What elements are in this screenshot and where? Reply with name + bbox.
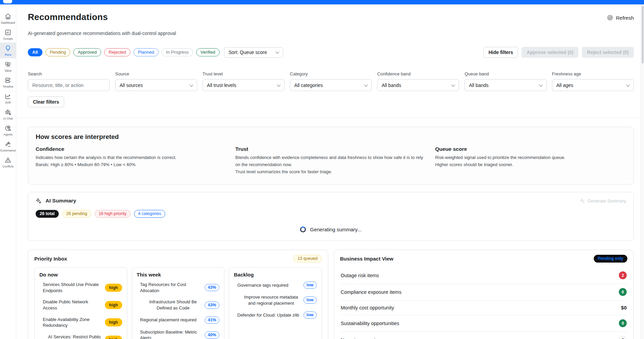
score-col-queue-score: Queue score Risk-weighted signal used to… [435,146,626,175]
home-icon [4,13,12,20]
source-select[interactable]: All sources [115,79,197,91]
ai-summary-card: AI Summary Generate Summary 26 total 26 … [28,192,634,241]
status-pill-pending[interactable]: Pending [45,48,71,56]
page-subtitle: AI-generated governance recommendations … [28,31,634,36]
sidebar-item-label: Recs [5,53,11,56]
sidebar-item-groups[interactable]: Groups [0,26,16,42]
priority-inbox-card: Priority Inbox 13 queued Do now Services… [28,250,328,339]
list-item[interactable]: Services Should Use Private Endpoints hi… [39,279,122,296]
filter-freshness-age: Freshness age All ages [552,71,634,91]
list-item[interactable]: Tag Resources for Cost Allocation 43% [137,279,220,296]
score-col-trust: Trust Blends confidence with evidence co… [235,146,426,175]
list-item[interactable]: AI Services: Restrict Public Network Acc… [39,331,122,339]
status-pill-verified[interactable]: Verified [196,48,220,56]
chevron-down-icon [452,83,455,86]
sidebar-item-timeline[interactable]: Timeline [0,74,16,90]
list-item[interactable]: Governance tags required low [234,279,317,291]
sidebar-item-value[interactable]: Value [0,58,16,74]
page-title: Recommendations [28,12,108,22]
scrollbar[interactable] [641,4,644,339]
hide-filters-button[interactable]: Hide filters [483,47,518,58]
list-item[interactable]: Infrastructure Should Be Defined as Code… [137,296,220,314]
sidebar-item-recs[interactable]: Recs [0,42,16,58]
refresh-button[interactable]: Refresh [607,15,634,21]
sidebar-item-label: Conflicts [2,165,14,168]
clear-filters-button[interactable]: Clear filters [28,96,64,107]
trend-icon [4,93,12,100]
pending-only-badge: Pending only [594,255,627,263]
confidence-badge: 40% [205,332,219,339]
list-item[interactable]: Subscription Baseline: Metric Alerts 40% [137,326,220,339]
status-pill-approved[interactable]: Approved [73,48,101,56]
priority-badge: low [303,282,317,289]
total-badge: 26 total [36,210,59,218]
chevron-down-icon [626,83,630,86]
list-item[interactable]: Improve resource metadata and regional p… [234,291,317,309]
ai-summary-badges: 26 total 26 pending 16 high priority 4 c… [36,210,626,218]
status-pill-in-progress[interactable]: In Progress [162,48,193,56]
pending-badge: 26 pending [62,210,91,218]
sidebar-item-drift[interactable]: Drift [0,90,16,106]
table-row: Outage risk items 2 [340,267,628,284]
priority-badge: high [105,284,122,292]
generating-status: Generating summary... [36,227,626,232]
confidence-band-select[interactable]: All bands [377,79,459,91]
priority-badge: high [105,318,122,326]
table-row: New since previous run 0 [340,332,628,339]
filters-grid: Search Source All sources Trust level Al… [28,71,634,91]
filter-confidence-band: Confidence band All bands [377,71,459,91]
bar-chart-icon [4,29,12,36]
search-input[interactable] [28,79,110,91]
queue-band-select[interactable]: All bands [464,79,546,91]
list-item[interactable]: Disable Public Network Access high [39,296,122,314]
approve-selected-button[interactable]: Approve selected (0) [521,47,578,58]
trust-level-select[interactable]: All trust levels [203,79,284,91]
category-select[interactable]: All categories [290,79,372,91]
business-impact-title: Business Impact View [340,256,393,262]
list-item[interactable]: Regional placement required 41% [137,314,220,326]
categories-badge: 4 categories [134,210,165,218]
filter-queue-band: Queue band All bands [464,71,546,91]
sidebar-item-dashboard[interactable]: Dashboard [0,11,16,26]
money-icon [4,61,12,68]
list-item[interactable]: Enable Availability Zone Redundancy high [39,314,122,331]
spinner-icon [300,227,306,232]
lightbulb-icon [4,45,12,52]
status-pill-planned[interactable]: Planned [133,48,159,56]
pie-chart-icon [4,125,12,132]
chevron-down-icon [275,50,279,53]
gavel-icon [4,141,12,148]
priority-badge: high [105,301,122,309]
scrollbar-thumb[interactable] [642,6,644,64]
table-row: Compliance exposure items 0 [340,284,628,301]
sidebar-item-label: Drift [5,101,11,104]
status-pill-rejected[interactable]: Rejected [104,48,130,56]
list-item[interactable]: Defender for Cloud: Update zlib low [234,309,317,321]
divider [16,118,641,118]
status-pill-all[interactable]: All [28,48,42,56]
warning-icon [4,157,12,164]
inbox-column-do-now: Do now Services Should Use Private Endpo… [34,267,127,339]
refresh-icon [607,15,613,21]
priority-inbox-title: Priority Inbox [34,256,67,262]
scores-info-title: How scores are interpreted [36,133,626,141]
priority-badge: low [303,311,317,319]
inbox-column-this-week: This week Tag Resources for Cost Allocat… [132,267,225,339]
timeline-icon [4,77,12,84]
ai-summary-title: AI Summary [45,198,76,204]
sort-select[interactable]: Sort: Queue score [224,47,283,58]
main-content: Recommendations Refresh AI-generated gov… [16,4,641,339]
sidebar-item-agents[interactable]: Agents [0,122,16,138]
sparkles-icon [36,198,41,204]
sidebar-item-governance[interactable]: Governance [0,138,16,154]
table-row: Sustainability opportunities 0 [340,315,628,332]
sidebar-item-ai-chat[interactable]: AI Chat [0,106,16,122]
money-value: $0 [621,305,627,310]
reject-selected-button[interactable]: Reject selected (0) [582,47,634,58]
sidebar-item-label: Dashboard [1,21,15,24]
count-badge: 0 [619,319,627,327]
count-badge: 2 [619,271,627,279]
freshness-age-select[interactable]: All ages [552,79,634,91]
sidebar-item-conflicts[interactable]: Conflicts [0,154,16,170]
generate-summary-button[interactable]: Generate Summary [580,198,626,203]
